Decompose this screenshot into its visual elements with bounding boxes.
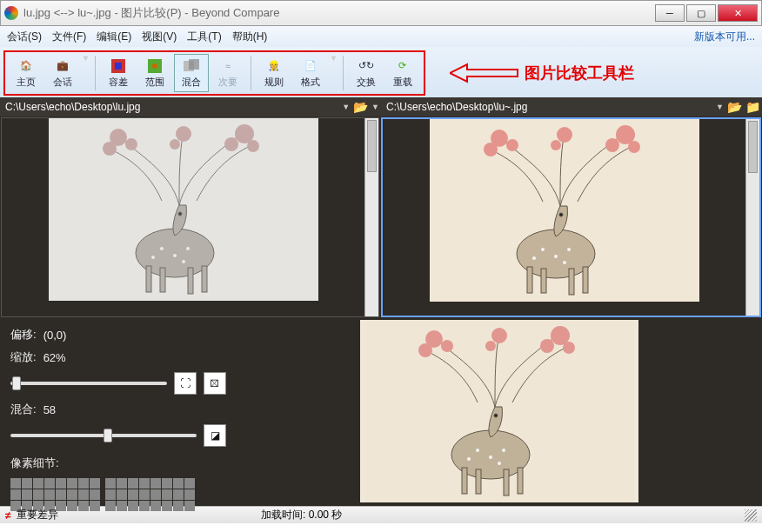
zoom-slider-knob[interactable]: [12, 376, 21, 390]
menubar: 会话(S) 文件(F) 编辑(E) 视图(V) 工具(T) 帮助(H) 新版本可…: [0, 26, 762, 47]
session-label: 会话: [53, 76, 72, 89]
status-loadtime: 加载时间: 0.00 秒: [261, 508, 342, 522]
svg-point-10: [125, 138, 137, 150]
svg-point-33: [628, 141, 640, 153]
svg-point-35: [551, 140, 561, 150]
right-scrollbar[interactable]: [745, 119, 759, 316]
titlebar: lu.jpg <--> lu~.jpg - 图片比较(P) - Beyond C…: [0, 0, 762, 26]
svg-point-57: [494, 414, 498, 417]
blend-slider[interactable]: [10, 434, 197, 437]
session-dropdown-icon[interactable]: ▼: [82, 54, 90, 63]
svg-point-32: [605, 138, 619, 152]
actual-size-button[interactable]: ⛝: [204, 372, 226, 395]
app-icon: [4, 6, 18, 20]
separator: [95, 56, 96, 90]
format-button[interactable]: 📄格式: [293, 54, 328, 92]
controls-panel: 偏移: (0,0) 缩放: 62% ⛶ ⛝ 混合: 58 ◪ 像素细节:: [0, 318, 237, 506]
rules-button[interactable]: 👷规则: [257, 54, 291, 92]
fit-button[interactable]: ⛶: [174, 372, 197, 395]
reload-icon: ⟳: [394, 58, 411, 74]
left-image: [49, 118, 318, 301]
svg-point-62: [476, 449, 479, 452]
svg-rect-18: [146, 266, 151, 292]
picture-compare-toolbar: 🏠主页 💼会话 ▼ 容差 范围 混合 ≈次要 👷规则 📄格式 ▼ ↺↻交换 ⟳重…: [3, 50, 425, 96]
path-dropdown-icon[interactable]: ▼: [342, 103, 350, 111]
svg-rect-60: [504, 469, 509, 495]
folder-open-icon[interactable]: 📂: [727, 100, 742, 114]
svg-point-34: [557, 127, 572, 143]
svg-rect-38: [527, 267, 532, 293]
blend-icon: [183, 58, 200, 74]
compare-panes: [0, 116, 762, 318]
left-path-input[interactable]: C:\Users\echo\Desktop\lu.jpg: [2, 101, 338, 113]
svg-rect-61: [518, 468, 523, 494]
svg-point-12: [224, 137, 238, 151]
menu-edit[interactable]: 编辑(E): [97, 30, 131, 44]
menu-session[interactable]: 会话(S): [7, 30, 42, 44]
deer-illustration: [49, 118, 318, 301]
svg-point-24: [186, 247, 190, 250]
separator: [251, 56, 251, 90]
scrollbar-thumb[interactable]: [367, 120, 377, 172]
blend-button[interactable]: 混合: [174, 54, 209, 92]
right-path-input[interactable]: C:\Users\echo\Desktop\lu~.jpg: [383, 101, 712, 113]
svg-point-3: [152, 63, 157, 69]
svg-rect-40: [569, 269, 574, 295]
update-link[interactable]: 新版本可用...: [694, 30, 755, 44]
pixdetail-label: 像素细节:: [10, 456, 59, 471]
range-button[interactable]: 范围: [137, 54, 172, 92]
chevron-down-icon[interactable]: ▼: [371, 103, 379, 111]
resize-grip-icon[interactable]: [745, 509, 757, 522]
range-label: 范围: [145, 76, 164, 89]
pathbar: C:\Users\echo\Desktop\lu.jpg ▼ 📂 ▼ C:\Us…: [0, 97, 762, 116]
home-label: 主页: [17, 76, 36, 89]
pixel-detail: [10, 478, 226, 511]
left-pane[interactable]: [1, 117, 379, 317]
blend-preview: [237, 318, 762, 506]
scrollbar-thumb[interactable]: [748, 121, 758, 173]
tolerance-label: 容差: [109, 76, 128, 89]
folder-open-icon[interactable]: 📂: [353, 100, 368, 114]
menu-help[interactable]: 帮助(H): [232, 30, 268, 44]
toolbar-area: 🏠主页 💼会话 ▼ 容差 范围 混合 ≈次要 👷规则 📄格式 ▼ ↺↻交换 ⟳重…: [0, 47, 762, 97]
zoom-slider[interactable]: [10, 382, 167, 385]
right-image: [430, 119, 699, 302]
menu-tools[interactable]: 工具(T): [187, 30, 221, 44]
annotation-text: 图片比较工具栏: [525, 63, 634, 83]
svg-rect-5: [189, 59, 199, 70]
home-button[interactable]: 🏠主页: [9, 54, 43, 92]
menu-file[interactable]: 文件(F): [52, 30, 86, 44]
briefcase-icon: 💼: [54, 58, 71, 74]
svg-point-37: [559, 213, 563, 216]
menu-view[interactable]: 视图(V): [142, 30, 177, 44]
rules-icon: 👷: [265, 58, 283, 74]
svg-point-14: [176, 126, 191, 142]
session-button[interactable]: 💼会话: [45, 54, 80, 92]
left-scrollbar[interactable]: [364, 118, 378, 316]
format-icon: 📄: [302, 58, 319, 74]
svg-point-55: [485, 341, 496, 351]
swap-button[interactable]: ↺↻交换: [349, 54, 384, 92]
minimize-button[interactable]: ─: [655, 4, 685, 22]
svg-rect-58: [462, 468, 467, 494]
format-dropdown-icon[interactable]: ▼: [330, 54, 338, 63]
maximize-button[interactable]: ▢: [686, 4, 716, 22]
tolerance-button[interactable]: 容差: [101, 54, 136, 92]
svg-point-46: [532, 256, 536, 260]
svg-point-29: [484, 143, 498, 156]
close-button[interactable]: ✕: [718, 4, 758, 22]
path-dropdown-icon[interactable]: ▼: [716, 103, 724, 111]
secondary-button[interactable]: ≈次要: [211, 54, 245, 92]
invert-button[interactable]: ◪: [204, 424, 226, 447]
svg-point-52: [540, 339, 554, 353]
blend-value: 58: [43, 403, 56, 416]
swap-label: 交换: [357, 76, 376, 89]
svg-point-30: [506, 139, 518, 151]
right-pane[interactable]: [381, 117, 761, 317]
reload-button[interactable]: ⟳重载: [385, 54, 420, 92]
not-equal-icon: ≠: [5, 509, 11, 522]
blend-label: 混合:: [10, 402, 37, 417]
blend-slider-knob[interactable]: [104, 429, 112, 442]
folder-icon[interactable]: 📁: [745, 100, 760, 114]
offset-label: 偏移:: [10, 327, 37, 342]
